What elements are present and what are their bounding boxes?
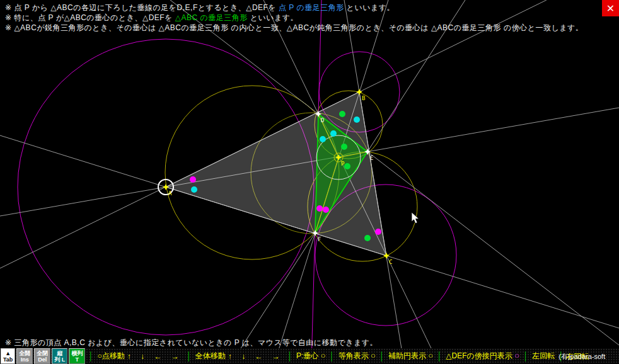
vertical-list-button-line1: 縦 xyxy=(57,350,62,356)
p-orthocenter-toggle[interactable]: P:垂心 ○ xyxy=(296,351,326,361)
angle-dot-magenta xyxy=(190,176,196,183)
close-all-button[interactable]: 全閉Del xyxy=(34,348,50,364)
point-label-b: B xyxy=(362,95,365,101)
app-window: ABCDEFP ※ 点 P から △ABCの各辺に下ろした垂線の足をD,E,Fと… xyxy=(0,0,619,364)
toolbar-right-cluster: 左回転 │ 右回転 (有)padara-soft @ xyxy=(531,349,619,364)
header-text: ※ 点 P から △ABCの各辺に下ろした垂線の足をD,E,Fとするとき、△DE… xyxy=(5,3,583,33)
def-excircle-toggle[interactable]: △DEFの傍接円表示 ○ xyxy=(446,351,519,361)
angle-dot-cyan xyxy=(191,186,197,193)
toolbar-button-group: ▲Tab全開Ins全閉Del縦列 L横列T xyxy=(0,348,86,364)
point-marker-a[interactable] xyxy=(163,184,169,190)
p-orthocenter-toggle-label: P:垂心 xyxy=(296,351,321,360)
header-line-2: ※ 特に、点 P が△ABCの垂心のとき、△DEFを △ABC の垂足三角形 と… xyxy=(5,13,583,23)
whole-move-label: 全体移動 xyxy=(195,351,226,361)
angle-dot-green xyxy=(339,111,345,117)
point-move-arrows[interactable]: ↑ ↓ ← → xyxy=(127,352,183,361)
mouse-cursor xyxy=(412,212,419,224)
tab-button-line1: ▲ xyxy=(5,350,11,356)
close-button[interactable]: ✕ xyxy=(602,0,619,16)
angle-dot-green xyxy=(364,235,371,241)
footer-note: ※ 三角形の頂点 A,B,C および、垂心に指定されていないときの P は、マウ… xyxy=(5,338,378,348)
open-all-button-line1: 全開 xyxy=(19,350,30,356)
whole-move-arrows[interactable]: ↑ ↓ ← → xyxy=(228,352,284,361)
separator: │ xyxy=(379,351,385,361)
angle-dot-green xyxy=(344,163,350,169)
def-excircle-toggle-indicator: ○ xyxy=(514,351,519,360)
angle-dot-cyan xyxy=(320,136,326,142)
tab-button[interactable]: ▲Tab xyxy=(1,348,15,364)
point-label-a: A xyxy=(168,190,172,196)
rotate-right-wrap: 右回転 (有)padara-soft xyxy=(566,350,619,363)
equal-angle-toggle-indicator: ○ xyxy=(371,351,376,360)
header-line-1: ※ 点 P から △ABCの各辺に下ろした垂線の足をD,E,Fとするとき、△DE… xyxy=(5,3,583,13)
aux-circle-toggle[interactable]: 補助円表示 ○ xyxy=(388,351,433,361)
horizontal-list-button-line2: T xyxy=(76,356,79,363)
aux-circle-toggle-indicator: ○ xyxy=(428,351,433,360)
pedal-triangle-of-abc-highlight: △ABC の垂足三角形 xyxy=(175,13,248,22)
geometry-canvas[interactable]: ABCDEFP xyxy=(0,0,619,364)
def-excircle-toggle-label: △DEFの傍接円表示 xyxy=(446,351,514,360)
tab-button-line2: Tab xyxy=(3,356,13,363)
horizontal-list-button-line1: 横列 xyxy=(71,350,83,356)
separator: │ xyxy=(330,351,335,361)
angle-dot-magenta xyxy=(323,207,329,213)
angle-dot-green xyxy=(341,144,347,150)
brand-label: (有)padara-soft xyxy=(558,352,605,361)
horizontal-list-button[interactable]: 横列T xyxy=(69,348,85,364)
point-label-p: P xyxy=(341,161,345,167)
pedal-triangle-of-p-highlight: 点 P の垂足三角形 xyxy=(279,3,344,12)
vertical-list-button-line2: 列 L xyxy=(54,356,65,363)
open-all-button-line2: Ins xyxy=(21,356,29,363)
separator: │ xyxy=(437,351,442,361)
equal-angle-toggle-label: 等角表示 xyxy=(338,351,371,360)
angle-dot-cyan xyxy=(354,117,360,123)
header-line-3: ※ △ABCが鋭角三角形のとき、その垂心は △ABCの垂足三角形 の内心と一致、… xyxy=(5,23,583,33)
angle-dot-magenta xyxy=(316,205,323,212)
bottom-toolbar: ▲Tab全開Ins全閉Del縦列 L横列T │○点移動↑ ↓ ← →│全体移動↑… xyxy=(0,348,619,364)
separator: │ xyxy=(287,351,292,361)
point-label-e: E xyxy=(370,155,373,161)
close-icon: ✕ xyxy=(606,3,615,14)
angle-dot-cyan xyxy=(330,130,337,137)
separator: │ xyxy=(187,351,192,361)
point-label-f: F xyxy=(318,236,321,242)
separator: │ xyxy=(523,351,528,361)
close-all-button-line2: Del xyxy=(38,356,47,363)
point-label-c: C xyxy=(389,259,392,265)
open-all-button[interactable]: 全開Ins xyxy=(16,348,33,364)
toolbar-control-group: │○点移動↑ ↓ ← →│全体移動↑ ↓ ← →│P:垂心 ○│等角表示 ○│補… xyxy=(86,351,531,361)
angle-dot-magenta xyxy=(375,229,381,235)
point-move-label: ○点移動 xyxy=(97,351,124,361)
close-all-button-line1: 全閉 xyxy=(37,350,48,356)
rotate-left-button[interactable]: 左回転 xyxy=(532,351,555,361)
vertical-list-button[interactable]: 縦列 L xyxy=(52,348,67,364)
p-orthocenter-toggle-indicator: ○ xyxy=(321,351,326,360)
equal-angle-toggle[interactable]: 等角表示 ○ xyxy=(338,351,376,361)
aux-circle-toggle-label: 補助円表示 xyxy=(388,351,428,360)
separator: │ xyxy=(88,351,93,361)
point-label-d: D xyxy=(321,117,324,123)
